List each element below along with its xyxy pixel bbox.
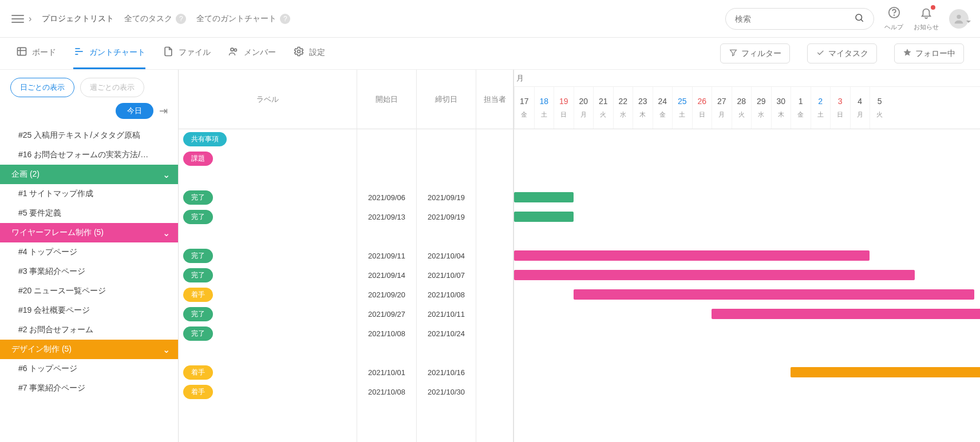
- mytask-button[interactable]: マイタスク: [807, 43, 877, 63]
- gantt-bar[interactable]: [514, 250, 870, 261]
- gantt-bar[interactable]: [791, 367, 980, 377]
- owner-cell: [476, 382, 513, 401]
- tab-label: ファイル: [179, 47, 211, 58]
- start-cell: 2021/09/27: [357, 304, 416, 324]
- avatar[interactable]: [949, 9, 969, 29]
- link-label: 全てのタスク: [124, 14, 172, 24]
- end-cell: 2021/10/24: [417, 324, 476, 343]
- group-spacer: [179, 226, 357, 246]
- task-row[interactable]: #3 事業紹介ページ: [0, 262, 178, 281]
- svg-point-0: [856, 14, 862, 21]
- timeline-day[interactable]: 28火: [732, 87, 752, 129]
- end-cell: 2021/10/07: [417, 265, 476, 285]
- timeline-day[interactable]: 26日: [692, 87, 712, 129]
- tab-file[interactable]: ファイル: [163, 38, 211, 69]
- status-badge: 課題: [183, 152, 213, 166]
- task-row[interactable]: #5 要件定義: [0, 204, 178, 223]
- day-of-week: 火: [738, 110, 745, 119]
- day-of-week: 月: [857, 110, 863, 119]
- timeline-day[interactable]: 21火: [593, 87, 613, 129]
- help-icon: ?: [280, 14, 290, 24]
- status-badge: 完了: [183, 326, 213, 341]
- help-icon: ?: [176, 14, 186, 24]
- tab-gantt[interactable]: ガントチャート: [73, 38, 145, 69]
- gantt-bar[interactable]: [514, 192, 574, 202]
- end-cell: 2021/10/16: [417, 363, 476, 382]
- tab-board[interactable]: ボード: [16, 38, 56, 69]
- day-number: 24: [658, 97, 667, 106]
- task-row[interactable]: #19 会社概要ページ: [0, 301, 178, 320]
- task-row[interactable]: #1 サイトマップ作成: [0, 184, 178, 204]
- day-of-week: 金: [659, 110, 666, 119]
- group-spacer: [417, 226, 476, 246]
- task-row[interactable]: #4 トップページ: [0, 242, 178, 262]
- filter-button[interactable]: フィルター: [720, 43, 790, 63]
- task-row[interactable]: #20 ニュース一覧ページ: [0, 281, 178, 301]
- start-cell: 2021/10/08: [357, 382, 416, 401]
- gantt-bar[interactable]: [712, 309, 980, 319]
- timeline-day[interactable]: 27月: [712, 87, 732, 129]
- timeline-day[interactable]: 1金: [791, 87, 811, 129]
- timeline-day[interactable]: 20月: [574, 87, 594, 129]
- day-of-week: 土: [541, 110, 547, 119]
- group-row[interactable]: デザイン制作 (5)⌄: [0, 340, 178, 359]
- question-icon: [888, 6, 900, 22]
- timeline-day[interactable]: 3日: [830, 87, 850, 129]
- timeline-day[interactable]: 29水: [751, 87, 771, 129]
- day-number: 1: [799, 97, 803, 106]
- owner-cell: [476, 207, 513, 226]
- follow-button[interactable]: フォロー中: [894, 43, 964, 63]
- task-row[interactable]: #7 事業紹介ページ: [0, 379, 178, 398]
- start-cell: 2021/09/06: [357, 188, 416, 207]
- status-badge: 完了: [183, 268, 213, 282]
- day-number: 5: [878, 97, 882, 106]
- day-number: 23: [638, 97, 647, 106]
- group-title: デザイン制作 (5): [11, 344, 72, 355]
- task-row[interactable]: #6 トップページ: [0, 359, 178, 379]
- menu-icon[interactable]: [11, 15, 24, 23]
- task-row[interactable]: #25 入稿用テキスト/メタタグ原稿: [0, 126, 178, 145]
- search-box[interactable]: [725, 8, 874, 30]
- timeline-day[interactable]: 18土: [534, 87, 554, 129]
- timeline-day[interactable]: 23木: [633, 87, 653, 129]
- day-of-week: 火: [600, 110, 606, 119]
- task-row[interactable]: #16 お問合せフォームの実装方法/…: [0, 145, 178, 165]
- task-row[interactable]: #2 お問合せフォーム: [0, 320, 178, 340]
- timeline[interactable]: 月 17金18土19日20月21火22水23木24金25土26日27月28火29…: [514, 70, 980, 442]
- help-action[interactable]: ヘルプ: [884, 6, 903, 31]
- gantt-bar[interactable]: [514, 212, 574, 222]
- day-number: 17: [520, 97, 529, 106]
- timeline-day[interactable]: 30木: [771, 87, 791, 129]
- chevron-down-icon: ⌄: [163, 228, 170, 238]
- timeline-day[interactable]: 17金: [514, 87, 534, 129]
- tab-settings[interactable]: 設定: [293, 38, 325, 69]
- timeline-day[interactable]: 19日: [554, 87, 574, 129]
- timeline-day[interactable]: 22水: [613, 87, 633, 129]
- group-row[interactable]: ワイヤーフレーム制作 (5)⌄: [0, 223, 178, 242]
- timeline-day[interactable]: 4月: [850, 87, 870, 129]
- day-number: 30: [776, 97, 785, 106]
- view-day-button[interactable]: 日ごとの表示: [10, 78, 74, 97]
- search-input[interactable]: [735, 14, 854, 23]
- gantt-bar[interactable]: [574, 289, 974, 300]
- timeline-day[interactable]: 5火: [870, 87, 890, 129]
- notify-action[interactable]: お知らせ: [914, 6, 939, 31]
- timeline-day[interactable]: 25土: [672, 87, 692, 129]
- view-week-button[interactable]: 週ごとの表示: [80, 78, 144, 97]
- timeline-day[interactable]: 24金: [653, 87, 673, 129]
- breadcrumb[interactable]: プロジェクトリスト: [42, 14, 114, 24]
- timeline-day[interactable]: 2土: [811, 87, 831, 129]
- link-all-tasks[interactable]: 全てのタスク ?: [124, 14, 186, 24]
- col-header-label: ラベル: [179, 70, 357, 129]
- end-cell: [417, 149, 476, 168]
- link-all-gantt[interactable]: 全てのガントチャート ?: [196, 14, 290, 24]
- day-number: 18: [539, 97, 548, 106]
- label-cell: 完了: [179, 207, 357, 226]
- group-spacer: [179, 343, 357, 363]
- gantt-bar[interactable]: [514, 270, 915, 280]
- tab-member[interactable]: メンバー: [228, 38, 276, 69]
- today-button[interactable]: 今日: [116, 103, 153, 119]
- timeline-row: [514, 343, 980, 363]
- collapse-left-icon[interactable]: ⇥: [159, 105, 168, 117]
- group-row[interactable]: 企画 (2)⌄: [0, 165, 178, 184]
